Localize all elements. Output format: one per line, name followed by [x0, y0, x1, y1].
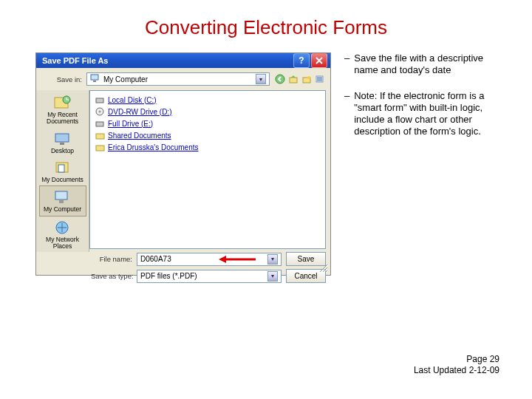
file-label: DVD-RW Drive (D:): [108, 108, 171, 116]
footer-updated: Last Updated 2-12-09: [414, 365, 499, 377]
svg-rect-0: [91, 75, 98, 80]
filename-input[interactable]: D060A73 ▾: [137, 253, 282, 266]
folder-icon: [95, 130, 105, 140]
file-label: Local Disk (C:): [108, 96, 157, 104]
bullet-dash: –: [344, 52, 349, 77]
svg-rect-19: [96, 122, 103, 126]
place-label: Desktop: [51, 148, 74, 154]
callout-arrow-icon: [219, 256, 256, 263]
file-label: Erica Drusska's Documents: [108, 143, 199, 151]
note-text: Note: If the electronic form is a "smart…: [354, 90, 498, 138]
resize-grip-icon[interactable]: [317, 262, 329, 273]
places-bar: My Recent Documents Desktop My Documents…: [36, 90, 89, 252]
svg-rect-10: [60, 143, 64, 145]
svg-rect-16: [96, 98, 103, 103]
svg-rect-20: [96, 134, 104, 139]
savein-label: Save in:: [41, 75, 82, 83]
place-mycomputer[interactable]: My Computer: [39, 185, 86, 216]
place-mydocs[interactable]: My Documents: [39, 157, 86, 185]
slide-footer: Page 29 Last Updated 2-12-09: [414, 354, 499, 377]
close-button[interactable]: [311, 53, 327, 68]
chevron-down-icon[interactable]: ▾: [256, 74, 266, 84]
folder-icon: [95, 142, 105, 152]
disk-icon: [95, 118, 105, 129]
place-label: My Recent Documents: [39, 112, 86, 126]
save-dialog: Save PDF File As ? Save in: My Computer …: [35, 52, 331, 276]
slide-title: Converting Electronic Forms: [0, 0, 532, 52]
network-icon: [52, 219, 73, 236]
note-item: – Note: If the electronic form is a "sma…: [344, 90, 502, 138]
file-label: Shared Documents: [108, 132, 171, 140]
documents-icon: [52, 159, 73, 177]
new-folder-icon[interactable]: [301, 73, 313, 85]
dialog-titlebar[interactable]: Save PDF File As ?: [36, 53, 330, 68]
list-item[interactable]: Full Drive (E:): [95, 117, 321, 129]
computer-icon: [90, 74, 100, 84]
svg-rect-9: [55, 134, 69, 142]
savein-value: My Computer: [103, 75, 148, 83]
svg-rect-14: [59, 200, 64, 203]
svg-rect-21: [96, 146, 104, 151]
computer-icon: [52, 188, 73, 206]
help-button[interactable]: ?: [293, 53, 310, 68]
filename-label: File name:: [91, 255, 132, 263]
list-item[interactable]: Erica Drusska's Documents: [95, 141, 321, 153]
savein-combo[interactable]: My Computer ▾: [86, 72, 270, 86]
list-item[interactable]: Local Disk (C:): [95, 94, 321, 106]
desktop-icon: [52, 130, 73, 148]
bullet-dash: –: [344, 90, 349, 138]
place-network[interactable]: My Network Places: [39, 216, 86, 253]
file-list[interactable]: Local Disk (C:) DVD-RW Drive (D:) Full D…: [89, 90, 326, 249]
place-desktop[interactable]: Desktop: [39, 128, 86, 157]
notes-column: – Save the file with a descriptive name …: [344, 52, 502, 276]
list-item[interactable]: DVD-RW Drive (D:): [95, 106, 321, 117]
place-label: My Computer: [44, 206, 81, 213]
svg-point-2: [276, 75, 284, 83]
svg-rect-13: [55, 191, 67, 200]
up-icon[interactable]: [287, 73, 299, 85]
note-item: – Save the file with a descriptive name …: [344, 52, 502, 77]
recent-icon: [52, 94, 73, 112]
note-text: Save the file with a descriptive name an…: [354, 52, 498, 77]
savetype-combo[interactable]: PDF files (*.PDF) ▾: [137, 270, 282, 283]
chevron-down-icon[interactable]: ▾: [267, 254, 278, 265]
footer-page: Page 29: [414, 354, 499, 366]
svg-point-18: [98, 110, 100, 112]
file-label: Full Drive (E:): [108, 120, 153, 128]
svg-rect-3: [290, 78, 297, 83]
svg-rect-12: [58, 165, 64, 172]
place-recent[interactable]: My Recent Documents: [39, 92, 86, 128]
place-label: My Network Places: [39, 236, 86, 250]
svg-point-5: [307, 76, 310, 79]
place-label: My Documents: [41, 177, 83, 183]
list-item[interactable]: Shared Documents: [95, 129, 321, 141]
back-icon[interactable]: [274, 73, 286, 85]
filename-value: D060A73: [140, 255, 171, 263]
svg-rect-1: [93, 81, 96, 82]
chevron-down-icon[interactable]: ▾: [267, 271, 278, 282]
dvd-icon: [95, 106, 105, 117]
views-icon[interactable]: [314, 73, 326, 85]
savetype-value: PDF files (*.PDF): [140, 272, 197, 280]
savetype-label: Save as type:: [91, 272, 132, 280]
dialog-title: Save PDF File As: [42, 56, 108, 65]
disk-icon: [95, 95, 105, 105]
